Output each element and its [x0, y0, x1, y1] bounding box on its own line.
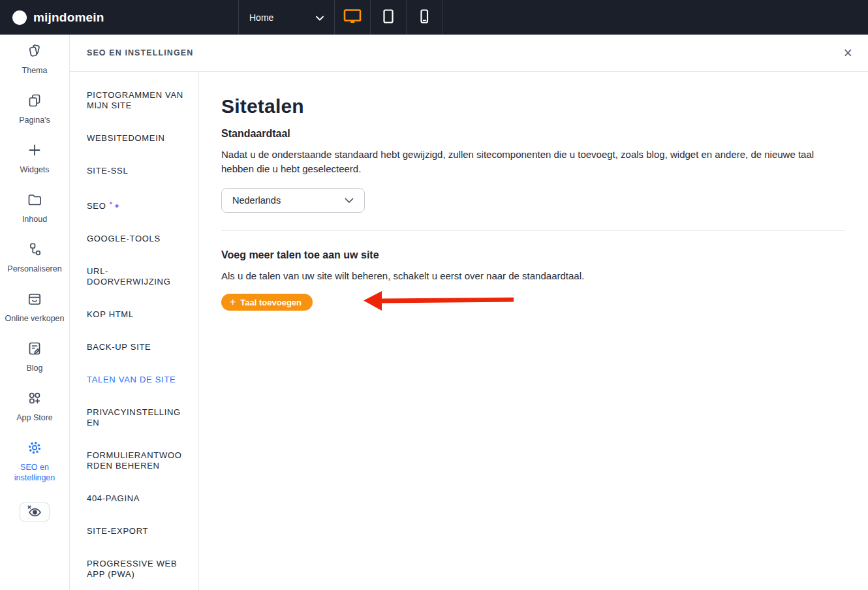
menu-item-kop-html[interactable]: KOP HTML [87, 309, 184, 320]
section-divider [221, 230, 845, 231]
add-languages-heading: Voeg meer talen toe aan uw site [221, 249, 845, 261]
device-desktop-button[interactable] [335, 0, 371, 35]
sidebar-item-widgets[interactable]: Widgets [0, 142, 69, 175]
device-mobile-button[interactable] [407, 0, 442, 35]
chevron-down-icon [345, 194, 354, 206]
sidebar-item-label: Pagina's [18, 115, 52, 125]
menu-item-site-export[interactable]: SITE-EXPORT [87, 526, 184, 536]
theme-icon [27, 43, 42, 61]
menu-item-websitedomein[interactable]: WEBSITEDOMEIN [87, 133, 184, 144]
menu-item-google-tools[interactable]: GOOGLE-TOOLS [87, 234, 184, 244]
default-language-heading: Standaardtaal [221, 128, 845, 140]
folder-icon [27, 192, 42, 210]
desktop-icon [343, 8, 362, 27]
close-icon[interactable]: × [841, 44, 855, 62]
sidebar-item-app-store[interactable]: App Store [0, 390, 69, 423]
sidebar-item-inhoud[interactable]: Inhoud [0, 192, 69, 225]
sidebar-item-thema[interactable]: Thema [0, 43, 69, 76]
mijndomein-logo-icon [12, 10, 27, 25]
sidebar-item-label: Inhoud [21, 214, 48, 225]
plus-icon: + [230, 297, 236, 307]
default-language-description: Nadat u de onderstaande standaard hebt g… [221, 148, 838, 176]
settings-panel-title: SEO EN INSTELLINGEN [87, 48, 193, 57]
sidebar-item-label: SEO en instellingen [0, 462, 69, 483]
device-tablet-button[interactable] [371, 0, 407, 35]
sparkle-icon: ✦✦ [110, 201, 121, 211]
sidebar-item-online-verkopen[interactable]: Online verkopen [0, 291, 69, 324]
menu-item-privacyinstellingen[interactable]: PRIVACYINSTELLINGEN [87, 407, 184, 428]
topbar: mijndomein Home [0, 0, 868, 35]
settings-panel-header: SEO EN INSTELLINGEN × [70, 35, 868, 72]
nodes-icon [27, 241, 42, 260]
sidebar-item-label: Online verkopen [3, 313, 65, 324]
app-store-icon [27, 390, 42, 409]
sidebar-item-personaliseren[interactable]: Personaliseren [0, 241, 69, 274]
site-languages-content: Sitetalen Standaardtaal Nadat u de onder… [199, 72, 868, 590]
sidebar-item-label: Thema [21, 65, 49, 76]
sidebar-item-label: App Store [15, 412, 54, 423]
page-title: Sitetalen [221, 95, 845, 117]
brand: mijndomein [0, 0, 238, 35]
hide-preview-button[interactable] [20, 503, 50, 521]
menu-item-404-pagina[interactable]: 404-PAGINA [87, 493, 184, 504]
topbar-spacer [442, 0, 868, 35]
blog-icon [27, 341, 42, 359]
tablet-icon [380, 8, 396, 27]
sidebar-item-seo-instellingen[interactable]: SEO en instellingen [0, 440, 69, 483]
sidebar: Thema Pagina's Widgets [0, 35, 70, 590]
mobile-icon [416, 8, 432, 27]
settings-menu: PICTOGRAMMEN VAN MIJN SITE WEBSITEDOMEIN… [70, 72, 199, 590]
page-dropdown-label: Home [249, 12, 316, 23]
sidebar-item-blog[interactable]: Blog [0, 341, 69, 373]
page-dropdown[interactable]: Home [238, 0, 335, 35]
menu-item-url-doorverwijzing[interactable]: URL-DOORVERWIJZING [87, 266, 184, 287]
sidebar-item-label: Widgets [18, 164, 50, 175]
menu-item-formulierantwoorden[interactable]: FORMULIERANTWOORDEN BEHEREN [87, 450, 184, 471]
menu-item-seo[interactable]: SEO✦✦ [87, 198, 184, 211]
sidebar-item-paginas[interactable]: Pagina's [0, 93, 69, 125]
menu-item-talen-van-de-site[interactable]: TALEN VAN DE SITE [87, 375, 184, 385]
menu-item-site-ssl[interactable]: SITE-SSL [87, 166, 184, 176]
sidebar-item-label: Blog [25, 363, 44, 373]
menu-item-backup-site[interactable]: BACK-UP SITE [87, 342, 184, 352]
storefront-icon [27, 291, 42, 309]
plus-icon [27, 142, 42, 161]
menu-item-label: SEO [87, 201, 106, 211]
red-arrow-annotation [362, 289, 516, 315]
gear-icon [27, 440, 42, 458]
default-language-select[interactable]: Nederlands [221, 188, 365, 213]
chevron-down-icon [316, 12, 324, 23]
default-language-value: Nederlands [232, 195, 345, 206]
eye-off-icon [26, 504, 43, 521]
menu-item-pwa[interactable]: PROGRESSIVE WEB APP (PWA) [87, 559, 184, 580]
add-languages-description: Als u de talen van uw site wilt beheren,… [221, 269, 838, 283]
add-language-button-label: Taal toevoegen [240, 298, 302, 307]
brand-name: mijndomein [33, 10, 104, 25]
menu-item-pictogrammen[interactable]: PICTOGRAMMEN VAN MIJN SITE [87, 90, 184, 111]
pages-icon [27, 93, 42, 111]
sidebar-item-label: Personaliseren [6, 264, 63, 274]
add-language-button[interactable]: + Taal toevoegen [221, 294, 313, 311]
